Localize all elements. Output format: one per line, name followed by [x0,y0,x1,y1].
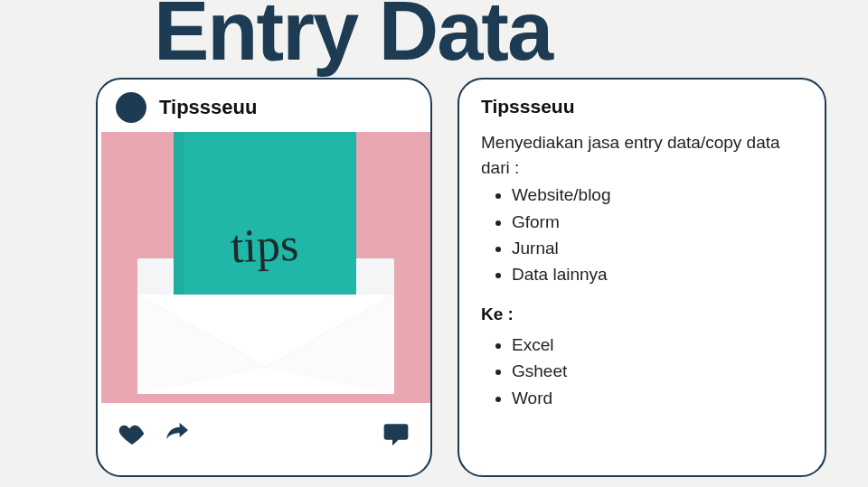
list-item: Gsheet [512,358,803,384]
description-title: Tipssseuu [481,96,803,117]
post-header: Tipssseuu [112,92,416,123]
ke-label: Ke : [481,304,803,324]
envelope-fold-right [266,295,394,394]
avatar-icon [116,92,146,123]
post-actions [112,403,416,448]
list-item: Word [512,385,803,411]
description-card: Tipssseuu Menyediakan jasa entry data/co… [458,78,826,477]
list-item: Website/blog [512,182,803,208]
post-username: Tipssseuu [159,96,257,119]
list-item: Jurnal [512,235,803,261]
comment-icon[interactable] [382,419,410,448]
heart-icon[interactable] [118,419,146,448]
list-item: Gform [512,209,803,235]
list-item: Excel [512,332,803,358]
to-list: Excel Gsheet Word [481,332,803,411]
social-post-card: Tipssseuu tips [96,78,432,477]
tips-card-text: tips [230,217,299,273]
from-list: Website/blog Gform Jurnal Data lainnya [481,182,803,288]
list-item: Data lainnya [512,261,803,287]
post-image: tips [101,132,430,403]
description-intro: Menyediakan jasa entry data/copy data da… [481,130,803,180]
share-icon[interactable] [163,419,192,448]
page-title: Entry Data [154,0,552,79]
envelope-fold-left [137,295,266,394]
